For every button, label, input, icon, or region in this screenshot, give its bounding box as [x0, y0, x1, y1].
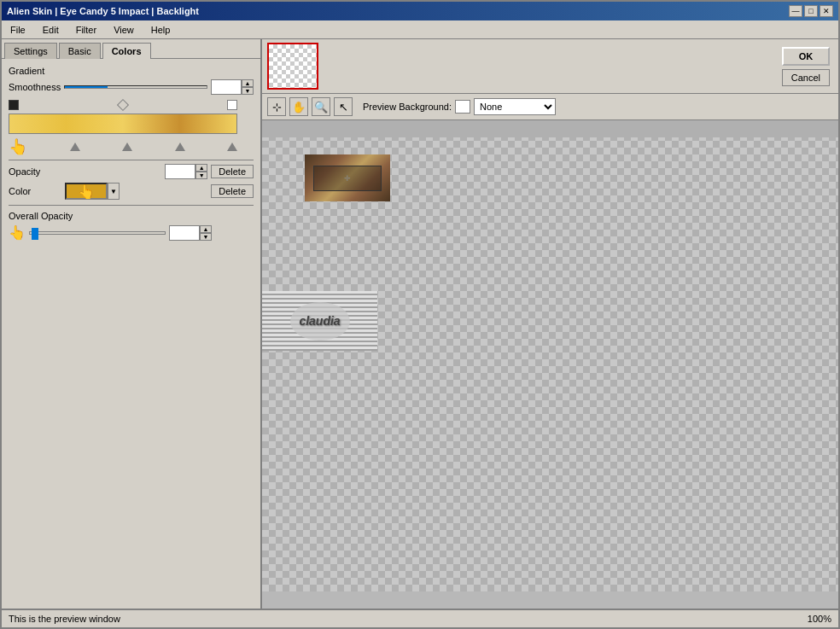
panel-content: Gradient Smoothness 10 ▲ ▼ — [2, 59, 260, 609]
preview-header-bar — [262, 120, 838, 137]
menu-filter[interactable]: Filter — [71, 23, 102, 37]
delete-button-2[interactable]: Delete — [211, 184, 254, 198]
hand-icon-opacity: 👆 — [9, 224, 26, 241]
smoothness-label: Smoothness — [9, 82, 61, 92]
overall-opacity-input[interactable]: 6 — [169, 225, 200, 241]
tool-zoom-in[interactable]: 🔍 — [312, 97, 330, 116]
gradient-mid-diamond[interactable] — [117, 99, 129, 111]
gradient-bar[interactable] — [9, 114, 237, 134]
overall-opacity-spinner-buttons: ▲ ▼ — [200, 225, 212, 241]
tool-select[interactable]: ↖ — [334, 97, 353, 116]
separator-2 — [9, 205, 254, 206]
opacity-spinner[interactable]: 100 ▲ ▼ — [165, 164, 207, 179]
minimize-button[interactable]: — — [789, 5, 802, 17]
cursor-cross: ✛ — [344, 174, 351, 183]
opacity-spinner-buttons: ▲ ▼ — [195, 164, 207, 179]
window-title: Alien Skin | Eye Candy 5 Impact | Backli… — [7, 6, 199, 16]
status-bar: This is the preview window 100% — [2, 609, 838, 627]
overall-opacity-thumb[interactable] — [32, 228, 38, 240]
cancel-button[interactable]: Cancel — [782, 69, 830, 86]
status-text: This is the preview window — [9, 614, 120, 624]
gradient-bottom-handles: 👆 — [9, 137, 237, 156]
preview-thumbnail — [267, 43, 318, 90]
smoothness-input[interactable]: 10 — [211, 79, 242, 95]
gradient-handle-1[interactable] — [70, 143, 80, 151]
toolbar-icons: ⊹ ✋ 🔍 ↖ — [267, 97, 353, 116]
smoothness-up[interactable]: ▲ — [242, 79, 254, 87]
color-swatch[interactable]: 👆 — [65, 183, 108, 200]
hand-icon-gradient[interactable]: 👆 — [9, 137, 27, 156]
opacity-down[interactable]: ▼ — [195, 172, 207, 179]
toolbar-row: ⊹ ✋ 🔍 ↖ Preview Background: None White B… — [262, 94, 838, 120]
tab-colors[interactable]: Colors — [102, 43, 151, 59]
overall-opacity-spinner[interactable]: 6 ▲ ▼ — [169, 225, 212, 241]
overall-opacity-down[interactable]: ▼ — [200, 233, 212, 241]
preview-backlight-image: ✛ — [305, 154, 390, 201]
menu-help[interactable]: Help — [146, 23, 176, 37]
color-picker-group: 👆 ▼ — [65, 183, 120, 200]
opacity-label: Opacity — [9, 166, 47, 177]
right-panel: OK Cancel ⊹ ✋ 🔍 ↖ Preview Background: No… — [262, 39, 838, 609]
menu-view[interactable]: View — [108, 23, 139, 37]
gradient-label: Gradient — [9, 66, 254, 76]
smoothness-row: Smoothness 10 ▲ ▼ — [9, 79, 254, 95]
color-dropdown-arrow[interactable]: ▼ — [108, 183, 120, 200]
claudia-label: claudia — [299, 314, 340, 328]
window-controls: — □ ✕ — [789, 5, 833, 17]
ok-button[interactable]: OK — [782, 47, 830, 66]
tab-basic[interactable]: Basic — [59, 43, 101, 59]
menu-file[interactable]: File — [5, 23, 31, 37]
opacity-up[interactable]: ▲ — [195, 164, 207, 172]
smoothness-down[interactable]: ▼ — [242, 87, 254, 95]
left-panel: Settings Basic Colors Gradient Smoothnes… — [2, 39, 262, 609]
preview-footer-bar — [262, 591, 838, 609]
gradient-handle-2[interactable] — [122, 143, 132, 151]
gradient-handle-3[interactable] — [175, 143, 185, 151]
preview-bg-swatch — [455, 100, 470, 114]
menu-edit[interactable]: Edit — [38, 23, 64, 37]
smoothness-spinner[interactable]: 10 ▲ ▼ — [211, 79, 254, 95]
preview-claudia: claudia — [262, 291, 377, 351]
gradient-handle-4[interactable] — [227, 143, 237, 151]
gradient-top-handles — [9, 100, 237, 110]
preview-inner-rect: ✛ — [313, 166, 382, 191]
tabs-row: Settings Basic Colors — [2, 39, 260, 59]
title-bar: Alien Skin | Eye Candy 5 Impact | Backli… — [2, 2, 838, 20]
close-button[interactable]: ✕ — [820, 5, 833, 17]
tool-move[interactable]: ⊹ — [267, 97, 286, 116]
tab-settings[interactable]: Settings — [4, 43, 57, 59]
maximize-button[interactable]: □ — [804, 5, 818, 17]
preview-area: ✛ claudia — [262, 120, 838, 609]
preview-bg-select[interactable]: None White Black Checkerboard — [474, 98, 556, 115]
separator-1 — [9, 160, 254, 160]
gradient-right-handle[interactable] — [227, 100, 237, 110]
zoom-level: 100% — [808, 614, 831, 624]
opacity-input[interactable]: 100 — [165, 164, 195, 179]
overall-opacity-row: 👆 6 ▲ ▼ — [9, 224, 254, 241]
preview-bg-label: Preview Background: — [363, 102, 452, 112]
ok-cancel-buttons: OK Cancel — [779, 44, 833, 90]
gradient-area: 👆 — [9, 100, 254, 156]
overall-opacity-up[interactable]: ▲ — [200, 225, 212, 233]
color-row: Color 👆 ▼ Delete — [9, 183, 254, 200]
main-window: Alien Skin | Eye Candy 5 Impact | Backli… — [0, 0, 840, 629]
tool-hand[interactable]: ✋ — [289, 97, 308, 116]
smoothness-spinner-buttons: ▲ ▼ — [242, 79, 254, 95]
opacity-row: Opacity 100 ▲ ▼ Delete — [9, 164, 254, 179]
delete-button-1[interactable]: Delete — [211, 165, 254, 178]
claudia-oval: claudia — [290, 302, 350, 341]
content-area: Settings Basic Colors Gradient Smoothnes… — [2, 39, 838, 609]
right-top-bar: OK Cancel — [262, 39, 838, 94]
color-label: Color — [9, 186, 60, 196]
preview-bg-row: Preview Background: None White Black Che… — [363, 98, 556, 115]
overall-opacity-label: Overall Opacity — [9, 211, 254, 221]
hand-icon-color: 👆 — [78, 183, 95, 200]
menu-bar: File Edit Filter View Help — [2, 20, 838, 39]
overall-opacity-section: Overall Opacity 👆 6 ▲ ▼ — [9, 211, 254, 241]
overall-opacity-track[interactable] — [29, 231, 166, 235]
gradient-left-handle[interactable] — [9, 100, 19, 110]
